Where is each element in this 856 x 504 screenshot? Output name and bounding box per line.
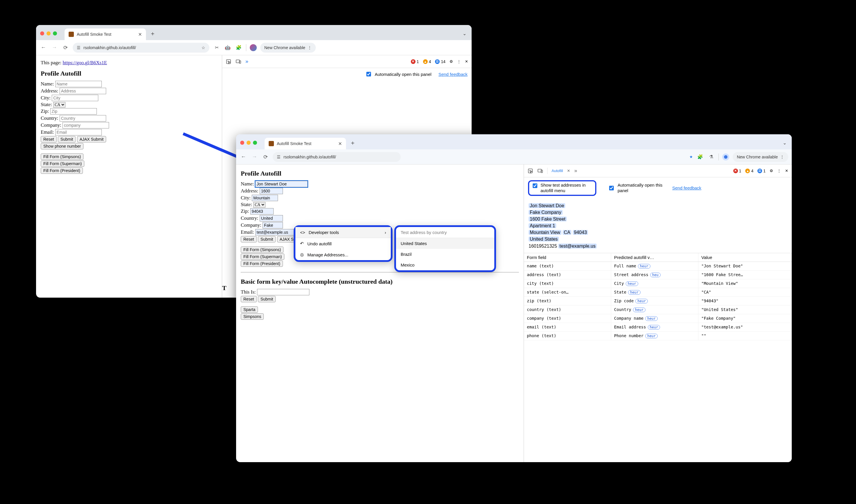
window-traffic-lights[interactable] <box>240 141 257 145</box>
table-row[interactable]: company (text)Company nameheur"Fake Comp… <box>524 314 792 323</box>
fill-president-button[interactable]: Fill Form (President) <box>241 260 283 267</box>
state-select[interactable]: CA <box>53 102 66 108</box>
reload-button[interactable]: ⟳ <box>61 44 69 51</box>
extensions-puzzle-icon[interactable]: 🧩 <box>235 44 243 51</box>
site-settings-icon[interactable]: ☰ <box>77 46 81 50</box>
device-toolbar-icon[interactable] <box>235 59 241 65</box>
auto-open-checkbox[interactable] <box>609 186 614 191</box>
maximize-window-icon[interactable] <box>53 31 57 35</box>
device-toolbar-icon[interactable] <box>537 168 543 174</box>
reset-button[interactable]: Reset <box>41 136 57 142</box>
update-chrome-pill[interactable]: New Chrome available ⋮ <box>260 43 316 53</box>
error-count[interactable]: ✕1 <box>733 168 742 173</box>
close-window-icon[interactable] <box>240 141 244 145</box>
devtools-close-icon[interactable]: ✕ <box>785 168 788 173</box>
send-feedback-link[interactable]: Send feedback <box>672 185 701 191</box>
city-input[interactable] <box>52 95 98 101</box>
tab-dropdown-icon[interactable]: ⌄ <box>460 29 469 38</box>
auto-open-checkbox[interactable] <box>367 72 371 76</box>
country-input[interactable] <box>260 215 283 221</box>
devtools-close-icon[interactable]: ✕ <box>465 59 468 64</box>
profile-avatar[interactable] <box>250 44 257 51</box>
name-input[interactable] <box>55 81 102 87</box>
labs-flask-icon[interactable]: ⚗ <box>708 153 715 161</box>
close-panel-tab-icon[interactable]: ✕ <box>567 168 570 173</box>
col-form-field[interactable]: Form field <box>524 253 611 262</box>
forward-button[interactable]: → <box>51 44 58 51</box>
back-button[interactable]: ← <box>239 153 247 161</box>
bookmark-star-icon[interactable]: ★ <box>690 155 693 159</box>
fill-superman-button[interactable]: Fill Form (Superman) <box>241 253 284 260</box>
table-row[interactable]: state (select-on…Stateheur"CA" <box>524 288 792 297</box>
window-traffic-lights[interactable] <box>40 31 57 35</box>
table-row[interactable]: city (text)Cityheur"Mountain View" <box>524 279 792 288</box>
state-select[interactable]: CA <box>253 202 266 208</box>
update-chrome-pill[interactable]: New Chrome available ⋮ <box>733 152 788 162</box>
address-input[interactable] <box>59 88 106 94</box>
devtools-kebab-icon[interactable]: ⋮ <box>777 168 781 173</box>
kebab-menu-icon[interactable]: ⋮ <box>308 46 312 50</box>
submit-button-2[interactable]: Submit <box>258 296 276 302</box>
warning-count[interactable]: ▲4 <box>745 168 753 173</box>
col-predicted[interactable]: Predicted autofill v… <box>611 253 698 262</box>
reload-button[interactable]: ⟳ <box>262 153 269 161</box>
extensions-puzzle-icon[interactable]: 🧩 <box>696 153 704 161</box>
reset-button[interactable]: Reset <box>241 236 257 242</box>
back-button[interactable]: ← <box>39 44 47 51</box>
name-input[interactable] <box>255 181 308 187</box>
more-tabs-icon[interactable]: » <box>245 58 248 65</box>
inspect-element-icon[interactable] <box>226 59 231 65</box>
minimize-window-icon[interactable] <box>47 31 51 35</box>
maximize-window-icon[interactable] <box>253 141 257 145</box>
fill-simpsons-button[interactable]: Fill Form (Simpsons) <box>41 154 84 160</box>
fill-superman-button[interactable]: Fill Form (Superman) <box>41 160 84 167</box>
autofill-tab[interactable]: Autofill <box>552 168 563 173</box>
settings-gear-icon[interactable]: ⚙ <box>449 59 453 64</box>
close-tab-icon[interactable]: ✕ <box>138 32 142 37</box>
simpsons-button[interactable]: Simpsons <box>241 313 264 320</box>
zip-input[interactable] <box>250 208 273 215</box>
table-row[interactable]: name (text)Full nameheur"Jon Stewart Doe… <box>524 262 792 271</box>
info-count[interactable]: ☰14 <box>435 59 445 64</box>
forward-button[interactable]: → <box>251 153 258 161</box>
scissors-extension-icon[interactable]: ✂ <box>213 44 220 51</box>
new-tab-button[interactable]: ＋ <box>148 29 157 38</box>
warning-count[interactable]: ▲4 <box>423 59 431 64</box>
tab-dropdown-icon[interactable]: ⌄ <box>780 138 789 147</box>
more-tabs-icon[interactable]: » <box>574 168 577 174</box>
info-count[interactable]: ☰1 <box>757 168 766 173</box>
devtools-kebab-icon[interactable]: ⋮ <box>457 59 461 64</box>
table-row[interactable]: email (text)Email addressheur"test@examp… <box>524 323 792 331</box>
address-bar[interactable]: ☰ rsolomakhin.github.io/autofill/ ☆ <box>73 43 209 53</box>
table-row[interactable]: phone (text)Phone numberheur"" <box>524 331 792 340</box>
table-row[interactable]: address (text)Street addressheu"1600 Fak… <box>524 271 792 279</box>
city-input[interactable] <box>252 195 278 201</box>
error-count[interactable]: ✕1 <box>411 59 419 64</box>
col-value[interactable]: Value <box>698 253 792 262</box>
undo-autofill-item[interactable]: ↶ Undo autofill <box>296 238 391 249</box>
minimize-window-icon[interactable] <box>247 141 251 145</box>
browser-tab[interactable]: Autofill Smoke Test ✕ <box>265 138 346 149</box>
email-input[interactable] <box>55 129 102 136</box>
kebab-menu-icon[interactable]: ⋮ <box>780 155 784 159</box>
country-item-mexico[interactable]: Mexico <box>396 259 494 270</box>
fill-simpsons-button[interactable]: Fill Form (Simpsons) <box>241 247 284 253</box>
table-row[interactable]: zip (text)Zip codeheur"94043" <box>524 297 792 305</box>
close-window-icon[interactable] <box>40 31 44 35</box>
country-item-us[interactable]: United States <box>396 238 494 249</box>
developer-tools-item[interactable]: <> Developer tools › <box>296 227 391 238</box>
address-bar[interactable]: ☰ rsolomakhin.github.io/autofill/ <box>273 152 401 162</box>
inspect-element-icon[interactable] <box>528 168 533 174</box>
country-item-brazil[interactable]: Brazil <box>396 249 494 259</box>
company-input[interactable] <box>263 222 283 229</box>
show-test-addresses-checkbox[interactable] <box>533 183 537 188</box>
fill-president-button[interactable]: Fill Form (President) <box>41 167 83 174</box>
robot-extension-icon[interactable]: 🤖 <box>224 44 231 51</box>
profile-avatar[interactable] <box>722 154 729 160</box>
manage-addresses-item[interactable]: ◎ Manage Addresses... <box>296 249 391 260</box>
zip-input[interactable] <box>50 108 97 114</box>
ajax-submit-button[interactable]: AJAX Submit <box>77 136 106 142</box>
sparta-button[interactable]: Sparta <box>241 306 258 313</box>
country-input[interactable] <box>59 115 106 122</box>
send-feedback-link[interactable]: Send feedback <box>439 72 467 77</box>
